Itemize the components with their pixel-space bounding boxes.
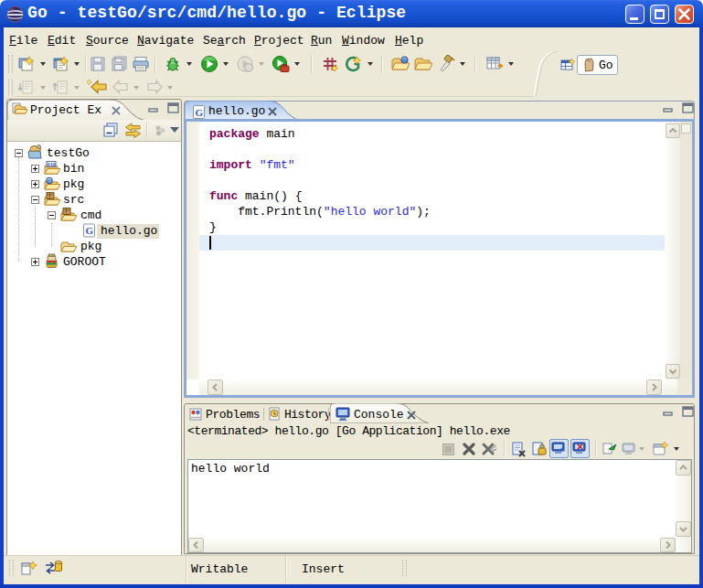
- svg-text:010: 010: [48, 163, 56, 168]
- svg-text:G: G: [196, 107, 204, 118]
- svg-text:G: G: [86, 225, 94, 236]
